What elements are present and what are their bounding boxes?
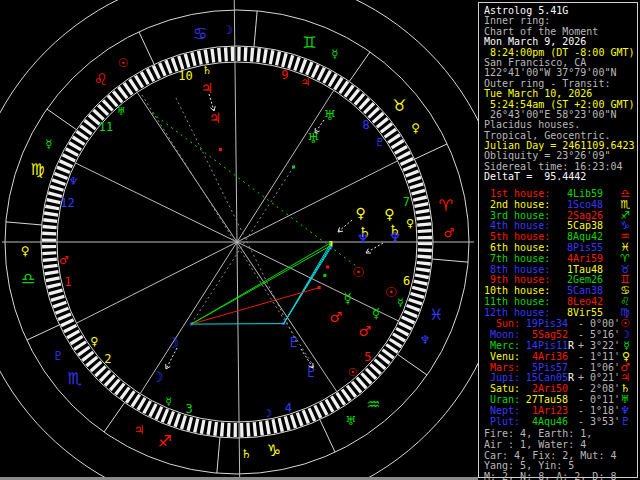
planet-position: 4Ari36 <box>525 352 568 363</box>
house-ruler-icon: ♀ <box>90 335 98 348</box>
minor-aspect-line <box>152 113 356 266</box>
retrograde-flag: R <box>568 373 574 384</box>
house-number: 11 <box>99 120 113 134</box>
house-row: 12th house:8Vir55♍ <box>479 308 637 319</box>
sign-ruler-icon: ♆ <box>420 333 431 347</box>
minor-aspect-line <box>142 95 316 370</box>
house-number: 12 <box>60 196 74 210</box>
planet-glyph: ♅ <box>323 107 336 123</box>
sign-boundary <box>320 420 335 453</box>
sign-boundary <box>432 259 468 262</box>
house-ruler-icon: ♂ <box>59 254 69 267</box>
house-label: 12th house: <box>484 308 550 319</box>
house-cusp <box>137 92 237 242</box>
aspect-line <box>191 288 319 325</box>
house-row: 2nd house:1Sco48♏ <box>479 200 637 211</box>
house-number: 1 <box>64 275 71 289</box>
house-ruler-icon: ☿ <box>165 395 172 408</box>
outer-date: Tue March 10, 2026 <box>479 89 637 99</box>
planet-glyph: ☉ <box>385 284 398 300</box>
house-cusp <box>237 90 334 242</box>
sign-ruler-icon: ♇ <box>53 349 64 363</box>
sign-ruler-icon: ☽ <box>222 23 233 37</box>
house-value: 4Ari59 <box>567 254 603 265</box>
info-panel: Astrolog 5.41G Inner ring: Chart of the … <box>478 2 638 478</box>
sign-boundary <box>398 354 427 375</box>
inner-date: Mon March 9, 2026 <box>479 37 637 47</box>
house-number: 9 <box>281 68 288 82</box>
chart-wheel: ♈♂♉♀♊☿♋☽♌☉♍☿♎♀♏♇♐♃♑♄♒♅♓♆1♂2♀3☿4☽5☉6☿7♀8♇… <box>0 0 478 480</box>
planet-velocity: - 3°53' <box>578 417 620 428</box>
house-number: 3 <box>186 402 193 416</box>
hemisphere-counts: M: 2, N: 8, A: 2, D: 8 <box>479 472 637 480</box>
sign-boundary <box>415 144 448 159</box>
zodiac-sign-icon: ♊ <box>302 33 316 52</box>
planet-glyph: ♂ <box>359 323 372 339</box>
sign-ruler-icon: ♃ <box>134 423 145 437</box>
planet-label: Plut: <box>484 417 520 428</box>
sign-ruler-icon: ☿ <box>45 137 52 151</box>
sign-boundary <box>6 222 42 225</box>
aspect-dot <box>323 274 326 277</box>
house-label: 7th house: <box>484 254 550 265</box>
house-value: 1Sco48 <box>567 200 603 211</box>
house-cusp <box>75 163 237 242</box>
zodiac-sign-icon: ♎ <box>21 269 35 288</box>
sign-boundary <box>217 437 220 473</box>
sign-ruler-icon: ♀ <box>411 121 420 135</box>
chart-header: Astrolog 5.41G Inner ring: Chart of the … <box>479 6 637 183</box>
planet-glyph: ♃ <box>201 80 214 96</box>
house-ruler-icon: ♆ <box>69 175 79 188</box>
aspect-dot <box>326 265 329 268</box>
aspect-line <box>191 246 331 325</box>
sign-boundary <box>254 11 257 47</box>
zodiac-sign-icon: ♌ <box>94 70 108 89</box>
zodiac-sign-icon: ♐ <box>157 432 171 451</box>
zodiac-sign-icon: ♍ <box>31 160 45 179</box>
house-number: 5 <box>364 350 371 364</box>
house-number: 2 <box>104 352 111 366</box>
house-ruler-icon: ♃ <box>300 76 310 89</box>
delta-t: DeltaT = 95.4442 <box>479 172 637 182</box>
house-ruler-icon: ☽ <box>262 407 272 420</box>
house-ruler-icon: ☿ <box>397 296 404 309</box>
planet-glyph: ♆ <box>389 229 402 245</box>
aspect-line <box>191 167 293 324</box>
astrolog-window: ♈♂♉♀♊☿♋☽♌☉♍☿♎♀♏♇♐♃♑♄♒♅♓♆1♂2♀3☿4☽5☉6☿7♀8♇… <box>0 0 640 480</box>
house-number: 8 <box>362 118 369 132</box>
house-ruler-icon: ♄ <box>202 64 212 77</box>
retrograde-flag: R <box>568 341 574 352</box>
house-ruler-icon: ♇ <box>375 136 385 149</box>
house-ruler-icon: ♅ <box>116 105 126 118</box>
house-value: 8Vir55 <box>567 308 603 319</box>
mc-ic-axis <box>234 0 240 480</box>
house-ruler-icon: ♀ <box>406 217 414 230</box>
planet-glyph: ♆ <box>357 230 370 246</box>
planet-glyph: ♀ <box>384 206 394 222</box>
sign-ruler-icon: ♄ <box>241 447 252 461</box>
planet-velocity: - 1°11' <box>578 352 620 363</box>
planet-glyph: ☿ <box>372 305 381 321</box>
house-number: 6 <box>403 274 410 288</box>
planet-icon: ♇ <box>620 417 630 428</box>
element-summary: Fire: 4, Earth: 1, Air : 1, Water: 4 Car… <box>479 429 637 480</box>
aspect-dot <box>219 148 222 151</box>
planet-position-list: Sun:19Pis34- 0°00'☉ Moon:5Sag52- 5°16'☽ … <box>479 319 637 428</box>
planet-glyph: ☽ <box>151 369 164 385</box>
planet-label: Venu: <box>484 352 520 363</box>
planet-glyph: ♂ <box>330 309 343 325</box>
planet-position: 4Aqu46 <box>525 417 568 428</box>
house-cusp <box>237 242 337 392</box>
sign-boundary <box>27 325 60 340</box>
house-cusp-list: 1st house:4Lib59♎ 2nd house:1Sco48♏ 3rd … <box>479 189 637 319</box>
sign-ruler-icon: ☿ <box>331 47 338 61</box>
planet-row: Venu:4Ari36- 1°11'♀ <box>479 352 637 363</box>
element-counts: Air : 1, Water: 4 <box>479 440 637 451</box>
house-row: 7th house:4Ari59♈ <box>479 254 637 265</box>
sign-boundary <box>139 32 154 65</box>
aspect-line <box>191 324 283 325</box>
sign-ruler-icon: ☉ <box>118 56 129 70</box>
planet-glyph: ♃ <box>209 110 222 126</box>
sign-ruler-icon: ♅ <box>346 414 357 428</box>
house-cusp <box>237 161 398 242</box>
